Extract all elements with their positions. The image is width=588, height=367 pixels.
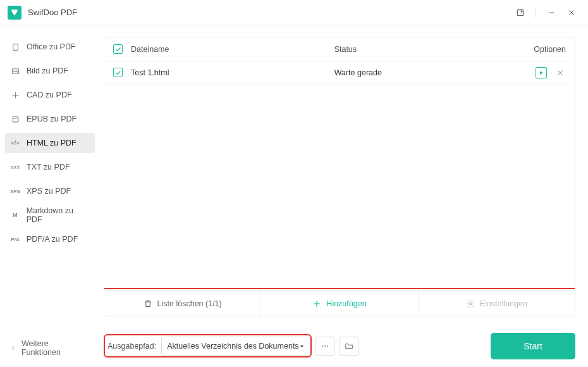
header-options: Optionen: [534, 45, 566, 54]
sidebar-item-label: PDF/A zu PDF: [27, 235, 78, 244]
sidebar-item-label: XPS zu PDF: [27, 187, 71, 196]
html-icon: </>: [10, 138, 20, 148]
file-table: Dateiname Status Optionen Test 1.html Wa…: [104, 37, 575, 316]
check-icon: [115, 46, 121, 53]
plus-icon: [312, 299, 321, 308]
svg-point-17: [322, 345, 323, 347]
app-logo: [8, 6, 21, 20]
header-status: Status: [334, 45, 519, 54]
more-functions-label: Weitere Funktionen: [21, 339, 90, 357]
trash-icon: [144, 299, 152, 308]
table-header: Dateiname Status Optionen: [104, 37, 575, 61]
sidebar-item-office[interactable]: Office zu PDF: [5, 37, 95, 57]
table-row[interactable]: Test 1.html Warte gerade: [104, 61, 575, 84]
titlebar: SwifDoo PDF: [0, 0, 588, 25]
sidebar-item-label: CAD zu PDF: [27, 90, 72, 99]
clear-list-label: Liste löschen (1/1): [157, 299, 222, 308]
settings-label: Einstellungen: [480, 299, 527, 308]
sidebar-item-markdown[interactable]: M Markdown zu PDF: [5, 205, 95, 225]
row-status: Warte gerade: [334, 68, 519, 77]
image-icon: [10, 66, 20, 76]
sidebar-item-txt[interactable]: TXT TXT zu PDF: [5, 157, 95, 177]
check-icon: [115, 70, 121, 76]
row-filename: Test 1.html: [127, 68, 334, 77]
table-footer: Liste löschen (1/1) Hinzufügen Einstellu…: [104, 290, 575, 316]
output-path-select[interactable]: Aktuelles Verzeichnis des Dokuments: [161, 337, 310, 356]
sidebar-item-label: Office zu PDF: [27, 42, 76, 51]
xps-icon: XPS: [10, 186, 20, 196]
output-path-value: Aktuelles Verzeichnis des Dokuments: [167, 342, 298, 351]
settings-button[interactable]: Einstellungen: [418, 291, 575, 316]
sidebar-item-label: HTML zu PDF: [27, 139, 77, 147]
dots-icon: [321, 342, 329, 351]
pdfa-icon: P/A: [10, 234, 20, 244]
sidebar-item-pdfa[interactable]: P/A PDF/A zu PDF: [5, 229, 95, 249]
svg-rect-8: [13, 116, 18, 122]
bottom-bar: Ausgabepfad: Aktuelles Verzeichnis des D…: [104, 333, 575, 359]
window-minimize-button[interactable]: [542, 4, 560, 22]
sidebar-item-label: EPUB zu PDF: [27, 115, 77, 123]
sidebar-item-label: Markdown zu PDF: [27, 206, 90, 224]
txt-icon: TXT: [10, 162, 20, 172]
app-title: SwifDoo PDF: [28, 8, 511, 17]
sidebar: Office zu PDF Bild zu PDF CAD zu PDF EPU…: [0, 25, 100, 367]
header-name: Dateiname: [127, 45, 334, 54]
sidebar-item-label: Bild zu PDF: [27, 66, 68, 75]
close-icon: [556, 69, 564, 77]
sidebar-item-xps[interactable]: XPS XPS zu PDF: [5, 181, 95, 201]
row-checkbox[interactable]: [113, 68, 123, 77]
add-file-label: Hinzufügen: [326, 299, 366, 308]
play-icon: [539, 70, 544, 75]
titlebar-separator: [536, 8, 536, 18]
sidebar-item-epub[interactable]: EPUB zu PDF: [5, 109, 95, 129]
epub-icon: [10, 114, 20, 124]
start-label: Start: [524, 341, 542, 351]
chevron-left-icon: [10, 345, 16, 351]
more-functions-button[interactable]: Weitere Funktionen: [5, 334, 95, 362]
table-empty-area: [104, 84, 575, 290]
svg-point-15: [469, 302, 472, 305]
svg-point-19: [327, 345, 328, 347]
row-remove-button[interactable]: [554, 67, 566, 78]
svg-marker-16: [300, 345, 303, 347]
svg-rect-0: [517, 9, 523, 15]
window-extra-button[interactable]: [511, 4, 529, 22]
output-path-label: Ausgabepfad:: [104, 342, 156, 351]
add-file-button[interactable]: Hinzufügen: [260, 291, 417, 316]
cad-icon: [10, 90, 20, 100]
browse-folder-button[interactable]: [340, 337, 358, 356]
gear-icon: [466, 299, 475, 308]
sidebar-item-image[interactable]: Bild zu PDF: [5, 61, 95, 81]
select-all-checkbox[interactable]: [113, 44, 123, 54]
sidebar-item-label: TXT zu PDF: [27, 163, 70, 171]
more-options-button[interactable]: [315, 337, 334, 356]
clear-list-button[interactable]: Liste löschen (1/1): [104, 291, 260, 316]
start-button[interactable]: Start: [491, 333, 575, 359]
markdown-icon: M: [10, 210, 20, 220]
main-panel: Dateiname Status Optionen Test 1.html Wa…: [100, 25, 588, 367]
row-play-button[interactable]: [536, 67, 547, 78]
window-close-button[interactable]: [563, 4, 580, 22]
svg-marker-10: [540, 71, 543, 74]
svg-point-18: [324, 345, 326, 347]
sidebar-item-cad[interactable]: CAD zu PDF: [5, 85, 95, 105]
doc-icon: [10, 42, 20, 52]
sidebar-item-html[interactable]: </> HTML zu PDF: [5, 133, 95, 153]
svg-rect-4: [13, 44, 18, 50]
chevron-down-icon: [299, 344, 305, 349]
folder-icon: [345, 342, 353, 351]
